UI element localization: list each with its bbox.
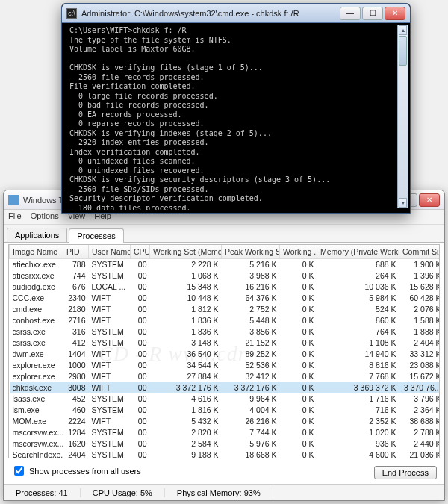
cell: 00 — [131, 259, 150, 270]
cell: 21 036 K — [399, 449, 441, 459]
cell: 3 372 176 K — [150, 382, 222, 393]
cmd-output[interactable]: C:\Users\WIFT>chkdsk f: /R The type of t… — [65, 23, 407, 210]
table-row[interactable]: CCC.exe2340WIFT0010 448 K64 376 K0 K5 98… — [10, 293, 441, 304]
cell: 4 616 K — [150, 393, 222, 405]
column-header[interactable]: User Name — [89, 245, 131, 259]
cell: 0 K — [280, 393, 317, 405]
cell: 2 076 K — [399, 304, 441, 315]
cell: SYSTEM — [89, 326, 131, 337]
cell: SYSTEM — [89, 259, 131, 270]
cell: 0 K — [280, 371, 317, 382]
close-button[interactable]: ✕ — [419, 193, 440, 207]
cmd-title: Administrator: C:\Windows\system32\cmd.e… — [81, 9, 338, 18]
tm-app-icon — [8, 195, 19, 205]
cell: WIFT — [89, 382, 131, 393]
cmd-maximize-button[interactable]: ☐ — [362, 7, 383, 20]
menu-file[interactable]: File — [8, 211, 22, 223]
cell: 15 348 K — [150, 281, 222, 293]
cell: 00 — [131, 304, 150, 315]
scroll-down-icon[interactable]: ▾ — [399, 198, 407, 208]
cell: 0 K — [280, 438, 317, 449]
table-row[interactable]: cmd.exe2180WIFT001 812 K2 752 K0 K524 K2… — [10, 304, 441, 315]
table-row[interactable]: csrss.exe412SYSTEM003 148 K21 152 K0 K1 … — [10, 337, 441, 349]
cell: 2 752 K — [222, 304, 280, 315]
cmd-close-button[interactable]: ✕ — [385, 7, 405, 20]
show-all-users-input[interactable] — [14, 466, 24, 476]
table-row[interactable]: audiodg.exe676LOCAL ...0015 348 K16 216 … — [10, 281, 441, 293]
column-header[interactable]: CPU — [131, 245, 150, 259]
cell: 316 — [63, 326, 89, 337]
cell: WIFT — [89, 349, 131, 360]
cell: csrss.exe — [10, 337, 63, 349]
column-header[interactable]: Working ... — [280, 245, 317, 259]
table-row[interactable]: lsass.exe452SYSTEM004 616 K9 964 K0 K1 7… — [10, 393, 441, 405]
scroll-up-icon[interactable]: ▴ — [399, 25, 407, 35]
cell: 26 216 K — [222, 416, 280, 427]
column-header[interactable]: Image Name — [10, 245, 63, 259]
cell: 452 — [63, 393, 89, 405]
cell: 3008 — [63, 382, 89, 393]
column-header[interactable]: Commit Size — [399, 245, 441, 259]
cell: 5 216 K — [222, 259, 280, 270]
tab-applications[interactable]: Applications — [7, 228, 67, 242]
status-cpu: CPU Usage: 5% — [81, 488, 165, 497]
table-row[interactable]: mscorsvw.ex...1284SYSTEM002 820 K7 744 K… — [10, 427, 441, 438]
cell: 2 352 K — [317, 416, 399, 427]
cell: 744 — [63, 270, 89, 281]
table-row[interactable]: chkdsk.exe3008WIFT003 372 176 K3 372 176… — [10, 382, 441, 393]
cell: 1 068 K — [150, 270, 222, 281]
table-row[interactable]: conhost.exe2716WIFT001 836 K5 448 K0 K86… — [10, 315, 441, 326]
table-row[interactable]: atiesrxx.exe744SYSTEM001 068 K3 988 K0 K… — [10, 270, 441, 281]
cell: 5 432 K — [150, 416, 222, 427]
cell: lsass.exe — [10, 393, 63, 405]
cell: 10 036 K — [317, 281, 399, 293]
cell: 1 108 K — [317, 337, 399, 349]
table-row[interactable]: dwm.exe1404WIFT0036 540 K89 252 K0 K14 9… — [10, 349, 441, 360]
cell: 18 668 K — [222, 449, 280, 459]
cell: conhost.exe — [10, 315, 63, 326]
column-header[interactable]: Peak Working S... — [222, 245, 280, 259]
column-header[interactable]: Memory (Private Workin... — [317, 245, 399, 259]
cell: 2 788 K — [399, 427, 441, 438]
table-row[interactable]: MOM.exe2224WIFT005 432 K26 216 K0 K2 352… — [10, 416, 441, 427]
cell: 1 588 K — [399, 315, 441, 326]
cell: 23 088 K — [399, 360, 441, 371]
cell: SYSTEM — [89, 405, 131, 416]
table-row[interactable]: explorer.exe2980WIFT0027 884 K32 412 K0 … — [10, 371, 441, 382]
cell: 0 K — [280, 349, 317, 360]
cell: 688 K — [317, 259, 399, 270]
cell: 38 688 K — [399, 416, 441, 427]
column-header[interactable]: Working Set (Memory) — [150, 245, 222, 259]
cell: 524 K — [317, 304, 399, 315]
cell: lsm.exe — [10, 405, 63, 416]
cmd-titlebar[interactable]: c:\ Administrator: C:\Windows\system32\c… — [62, 4, 410, 23]
cell: 10 448 K — [150, 293, 222, 304]
table-row[interactable]: explorer.exe1000WIFT0034 544 K52 536 K0 … — [10, 360, 441, 371]
cell: 1 816 K — [150, 405, 222, 416]
cell: csrss.exe — [10, 326, 63, 337]
cell: 1 020 K — [317, 427, 399, 438]
column-header[interactable]: PID — [63, 245, 89, 259]
table-row[interactable]: lsm.exe460SYSTEM001 816 K4 004 K0 K716 K… — [10, 405, 441, 416]
cell: 2 364 K — [399, 405, 441, 416]
table-row[interactable]: SearchIndexe...2404SYSTEM009 188 K18 668… — [10, 449, 441, 459]
process-grid[interactable]: CD - R www.cdr Image NamePIDUser NameCPU… — [8, 244, 440, 458]
cell: 0 K — [280, 315, 317, 326]
cmd-scrollbar[interactable]: ▴ ▾ — [397, 25, 408, 208]
cell: chkdsk.exe — [10, 382, 63, 393]
cmd-minimize-button[interactable]: — — [340, 7, 361, 20]
menu-options[interactable]: Options — [31, 211, 59, 223]
cell: 1404 — [63, 349, 89, 360]
tab-processes[interactable]: Processes — [69, 228, 123, 243]
show-all-users-checkbox[interactable]: Show processes from all users — [11, 464, 141, 478]
cell: 00 — [131, 270, 150, 281]
table-row[interactable]: csrss.exe316SYSTEM001 836 K3 856 K0 K764… — [10, 326, 441, 337]
table-row[interactable]: mscorsvw.ex...1620SYSTEM002 584 K5 976 K… — [10, 438, 441, 449]
scroll-thumb[interactable] — [399, 36, 407, 66]
cell: 0 K — [280, 337, 317, 349]
end-process-button[interactable]: End Process — [374, 466, 437, 479]
cell: 00 — [131, 315, 150, 326]
cell: 1 812 K — [150, 304, 222, 315]
table-row[interactable]: atiechxx.exe788SYSTEM002 228 K5 216 K0 K… — [10, 259, 441, 270]
cell: 5 984 K — [317, 293, 399, 304]
